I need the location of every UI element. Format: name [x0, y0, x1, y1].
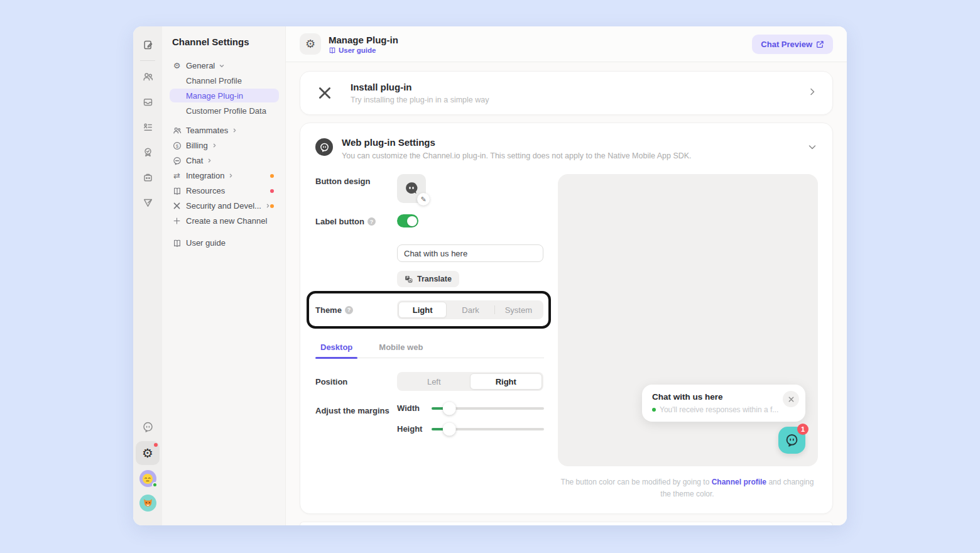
button-design-swatch[interactable]: ✎ [397, 174, 426, 203]
theme-segmented-control: Light Dark System [397, 300, 543, 319]
badge-icon[interactable] [137, 141, 158, 163]
launcher-chat-icon [784, 432, 800, 448]
help-icon[interactable]: ? [345, 306, 353, 314]
tools-icon [315, 85, 334, 101]
chat-button-icon [403, 180, 420, 197]
chevron-right-icon [807, 87, 817, 99]
chevron-right-icon [228, 173, 234, 178]
inbox-icon[interactable] [137, 91, 158, 112]
label-text-input[interactable] [397, 244, 543, 262]
plus-icon [172, 216, 182, 226]
integration-icon: ⇄ [172, 171, 182, 180]
gear-icon: ⚙ [172, 61, 182, 70]
preview-chat-popup: Chat with us here You'll receive respons… [642, 385, 805, 422]
sidebar-item-integration[interactable]: ⇄ Integration [170, 168, 279, 183]
sidebar-item-user-guide[interactable]: User guide [170, 236, 279, 250]
book-icon [172, 238, 182, 248]
sidebar-item-channel-profile[interactable]: Channel Profile [170, 74, 279, 87]
edit-pencil-icon[interactable]: ✎ [417, 193, 430, 205]
user-guide-link[interactable]: User guide [329, 47, 398, 54]
sidebar-item-create-channel[interactable]: Create a new Channel [170, 214, 279, 228]
chat-preview-button[interactable]: Chat Preview [752, 35, 833, 54]
workspace-rail: ⚙ [133, 26, 162, 525]
sidebar-item-chat[interactable]: Chat [170, 153, 279, 168]
page-gear-icon: ⚙ [300, 33, 321, 55]
plugin-form: Button design ✎ Label button ? [315, 174, 544, 434]
online-status-dot [152, 482, 158, 488]
height-label: Height [397, 424, 432, 434]
device-tabs: Desktop Mobile web [315, 339, 544, 358]
app-window: ⚙ Channel Settings ⚙ General Channel Pro… [133, 26, 847, 525]
page-header: ⚙ Manage Plug-in User guide Chat Preview [286, 26, 847, 62]
position-segmented-control: Left Right [397, 372, 543, 391]
install-card-subtitle: Try installing the plug-in in a simple w… [351, 96, 489, 104]
translate-icon [405, 275, 413, 283]
online-dot [652, 408, 656, 412]
people-icon [172, 126, 182, 135]
sidebar-item-customer-profile-data[interactable]: Customer Profile Data [170, 104, 279, 118]
label-button-label: Label button ? [315, 214, 397, 226]
tab-mobile-web[interactable]: Mobile web [374, 339, 428, 358]
popup-title: Chat with us here [652, 392, 797, 402]
rail-divider [140, 60, 155, 61]
theme-option-system[interactable]: System [495, 302, 542, 318]
page-title: Manage Plug-in [329, 35, 398, 45]
theme-option-light[interactable]: Light [398, 302, 447, 318]
channel-logo-icon [315, 138, 333, 156]
chat-bubble-icon [172, 156, 182, 165]
popup-close-button[interactable] [783, 391, 799, 407]
chevron-right-icon [212, 143, 217, 148]
width-label: Width [397, 403, 432, 413]
help-icon[interactable]: ? [368, 217, 376, 226]
height-slider-thumb[interactable] [443, 422, 456, 435]
apps-box-icon[interactable] [137, 167, 158, 188]
sidebar-item-billing[interactable]: $ Billing [170, 138, 279, 153]
sidebar-item-general[interactable]: ⚙ General [170, 58, 279, 73]
next-card-peek [300, 522, 833, 525]
web-plugin-settings-card: Web plug-in Settings You can customize t… [300, 123, 833, 514]
position-option-left[interactable]: Left [398, 373, 470, 390]
update-dot [270, 174, 274, 178]
page: { "colors": { "accent_purple": "#6257e8"… [0, 0, 980, 553]
collapse-chevron-icon[interactable] [807, 142, 817, 155]
position-option-right[interactable]: Right [470, 373, 543, 390]
workspace-journal-icon[interactable] [137, 34, 158, 55]
billing-icon: $ [172, 141, 182, 150]
chevron-right-icon [232, 128, 237, 133]
sidebar-item-resources[interactable]: Resources [170, 183, 279, 198]
update-dot [270, 204, 274, 208]
sidebar-item-manage-plugin[interactable]: Manage Plug-in [170, 89, 279, 102]
popup-subtitle: You'll receive responses within a f... [660, 405, 778, 414]
teammates-icon[interactable] [137, 66, 158, 87]
channel-chat-icon[interactable] [137, 416, 158, 437]
label-button-toggle[interactable] [397, 214, 418, 227]
preview-launcher-button[interactable]: 1 [778, 427, 805, 454]
external-link-icon [816, 40, 824, 48]
width-slider-thumb[interactable] [443, 402, 456, 415]
width-slider[interactable] [432, 407, 544, 410]
member-avatar[interactable] [139, 470, 156, 487]
install-card-title: Install plug-in [351, 82, 489, 92]
svg-text:$: $ [176, 143, 178, 148]
install-plugin-card[interactable]: Install plug-in Try installing the plug-… [300, 71, 833, 115]
settings-gear-icon[interactable]: ⚙ [136, 441, 160, 465]
tab-desktop[interactable]: Desktop [315, 339, 357, 358]
sidebar-item-security[interactable]: Security and Devel... [170, 199, 279, 213]
chevron-down-icon [219, 63, 225, 69]
update-dot [270, 189, 274, 193]
fox-avatar[interactable] [139, 495, 156, 512]
send-plane-icon[interactable] [137, 192, 158, 213]
theme-label: Theme ? [315, 305, 397, 315]
book-icon [172, 186, 182, 195]
unread-badge: 1 [797, 424, 808, 435]
contacts-list-icon[interactable] [137, 116, 158, 138]
book-icon [329, 47, 336, 54]
translate-button[interactable]: Translate [397, 271, 459, 287]
chevron-right-icon [207, 158, 212, 163]
sidebar-item-teammates[interactable]: Teammates [170, 123, 279, 138]
position-label: Position [315, 377, 397, 386]
theme-option-dark[interactable]: Dark [447, 302, 494, 318]
settings-card-title: Web plug-in Settings [342, 137, 692, 148]
channel-profile-link[interactable]: Channel profile [712, 478, 766, 486]
height-slider[interactable] [432, 428, 544, 430]
